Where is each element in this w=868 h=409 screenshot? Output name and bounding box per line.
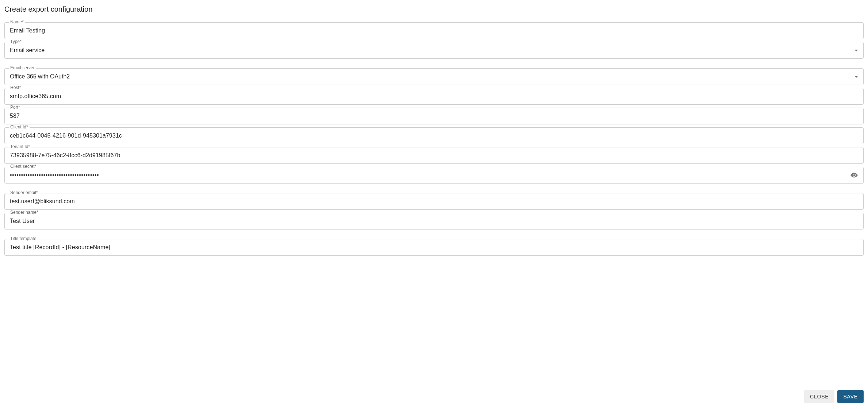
type-field: Type* Email service (4, 42, 864, 59)
sender-name-input[interactable] (10, 213, 858, 229)
sender-email-input[interactable] (10, 194, 858, 209)
eye-icon[interactable] (850, 171, 858, 179)
email-server-select[interactable]: Office 365 with OAuth2 (4, 68, 864, 85)
email-server-selected-value: Office 365 with OAuth2 (10, 73, 852, 80)
email-server-field: Email server Office 365 with OAuth2 (4, 68, 864, 85)
client-secret-input[interactable]: •••••••••••••••••••••••••••••••••••••••• (10, 167, 847, 183)
email-server-label: Email server (9, 65, 36, 70)
sender-name-box (4, 213, 864, 229)
title-template-label: Title template (9, 236, 38, 241)
dialog-scroll-area[interactable]: Create export configuration Name* Type* … (0, 0, 868, 378)
host-label: Host* (9, 85, 22, 90)
name-field: Name* (4, 22, 864, 39)
tenant-id-input[interactable] (10, 148, 858, 163)
client-secret-field: Client secret* •••••••••••••••••••••••••… (4, 167, 864, 184)
sender-email-field: Sender email* (4, 193, 864, 210)
chevron-down-icon (854, 76, 858, 78)
dialog-title: Create export configuration (4, 3, 864, 22)
close-button[interactable]: CLOSE (804, 390, 834, 403)
tenant-id-box (4, 147, 864, 164)
name-label: Name* (9, 19, 25, 24)
client-id-box (4, 127, 864, 144)
save-button[interactable]: SAVE (837, 390, 864, 403)
name-box (4, 22, 864, 39)
port-field: Port* (4, 108, 864, 124)
chevron-down-icon (854, 50, 858, 51)
host-box (4, 88, 864, 105)
host-field: Host* (4, 88, 864, 105)
type-select[interactable]: Email service (4, 42, 864, 59)
name-input[interactable] (10, 23, 858, 38)
client-id-input[interactable] (10, 128, 858, 143)
sender-name-field: Sender name* (4, 213, 864, 229)
tenant-id-field: Tenant Id* (4, 147, 864, 164)
client-secret-label: Client secret* (9, 164, 38, 169)
sender-email-box (4, 193, 864, 210)
title-template-box (4, 239, 864, 256)
title-template-input[interactable] (10, 240, 858, 255)
port-label: Port* (9, 105, 22, 110)
client-secret-box: •••••••••••••••••••••••••••••••••••••••• (4, 167, 864, 184)
client-id-field: Client Id* (4, 127, 864, 144)
sender-email-label: Sender email* (9, 190, 39, 195)
dialog-footer: CLOSE SAVE (0, 378, 868, 409)
tenant-id-label: Tenant Id* (9, 144, 31, 149)
port-box (4, 108, 864, 124)
export-config-dialog: Create export configuration Name* Type* … (0, 0, 868, 409)
type-selected-value: Email service (10, 47, 852, 54)
type-label: Type* (9, 39, 23, 44)
title-template-field: Title template (4, 239, 864, 256)
host-input[interactable] (10, 89, 858, 104)
sender-name-label: Sender name* (9, 210, 40, 215)
client-id-label: Client Id* (9, 124, 30, 130)
port-input[interactable] (10, 108, 858, 124)
